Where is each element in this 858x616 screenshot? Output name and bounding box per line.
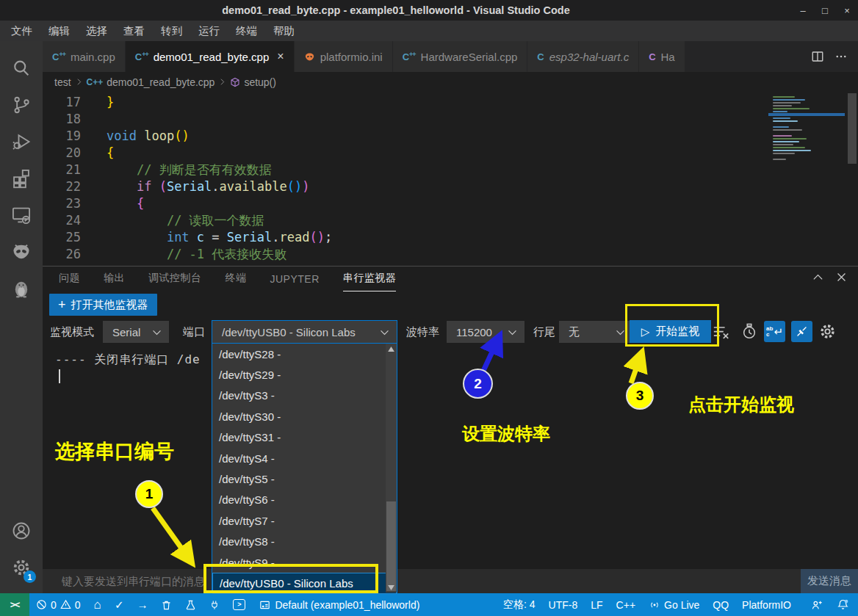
editor-tab-1[interactable]: C++demo01_read_byte.cpp× [126,41,295,72]
build-check-icon[interactable]: ✓ [108,593,131,616]
text-encoding-toggle-icon[interactable]: abc↵ [764,321,785,342]
line-ending-select[interactable]: 无 [559,321,632,343]
open-other-monitor-button[interactable]: + 打开其他监视器 [49,294,157,316]
panel-tab-3[interactable]: 终端 [226,272,247,291]
panel-tab-5[interactable]: 串行监视器 [343,272,397,291]
dropdown-scrollbar[interactable] [386,344,397,593]
maximize-window-button[interactable]: □ [814,0,836,21]
baud-select[interactable]: 115200 [447,321,524,343]
home-status-icon[interactable]: ⌂ [87,593,108,616]
editor-tab-4[interactable]: Cesp32-hal-uart.c [527,41,639,72]
search-icon[interactable] [4,50,39,87]
editor-tab-3[interactable]: C++HardwareSerial.cpp [393,41,528,72]
port-option-1[interactable]: /dev/ttyS29 - [212,364,397,385]
send-message-button[interactable]: 发送消息 [801,569,858,593]
monitor-settings-gear-icon[interactable] [818,322,837,341]
port-option-0[interactable]: /dev/ttyS28 - [212,344,397,364]
clean-trash-icon[interactable] [154,593,179,616]
vscode-window: demo01_read_byte.cpp - example01_hellowo… [0,0,858,616]
panel-tab-2[interactable]: 调试控制台 [148,272,202,291]
notifications-bell-icon[interactable] [830,593,858,616]
minimap-line [773,147,805,148]
editor-tab-0[interactable]: C++main.cpp [43,41,126,72]
menu-item-5[interactable]: 运行 [190,21,228,41]
minimap-line [773,144,793,145]
port-option-4[interactable]: /dev/ttyS31 - [212,427,397,448]
editor-scrollbar[interactable] [848,93,857,164]
port-option-2[interactable]: /dev/ttyS3 - [212,385,397,406]
minimap-line [773,120,798,122]
line-number: 22 [43,178,81,195]
status-item-6[interactable]: PlatformIO [735,593,798,616]
panel-tab-4[interactable]: JUPYTER [270,273,320,291]
timestamp-clock-icon[interactable] [741,323,757,341]
scroll-down-icon[interactable] [386,582,397,593]
status-item-4[interactable]: Go Live [642,593,706,616]
upload-arrow-icon[interactable]: → [130,593,154,616]
menu-item-0[interactable]: 文件 [3,21,40,41]
test-flask-icon[interactable] [179,593,203,616]
editor-tabs: C++main.cppC++demo01_read_byte.cpp×platf… [43,41,801,72]
status-item-3[interactable]: C++ [610,593,642,616]
menu-item-3[interactable]: 查看 [115,21,153,41]
window-controls: –□× [792,0,858,21]
menu-item-6[interactable]: 终端 [228,21,265,41]
project-env-status[interactable]: Default (example01_helloworld) [252,593,426,616]
remote-explorer-icon[interactable] [4,197,39,233]
source-control-icon[interactable] [4,87,39,123]
chevron-down-icon [151,326,163,338]
settings-gear-icon[interactable]: 1 [4,549,39,586]
split-editor-icon[interactable] [811,50,824,63]
maximize-panel-icon[interactable] [812,271,824,283]
serial-plug-icon[interactable] [203,593,226,616]
code-editor[interactable]: 17}1819void loop()20{21 // 判断是否有有效数据22 i… [43,92,858,266]
breadcrumb-item-1[interactable]: C++demo01_read_byte.cpp [87,76,215,88]
port-option-9[interactable]: /dev/ttyS8 - [212,532,397,552]
port-option-5[interactable]: /dev/ttyS4 - [212,448,397,468]
terminal-status-icon[interactable]: > [226,593,252,616]
run-debug-icon[interactable] [4,123,39,160]
status-item-1[interactable]: UTF-8 [542,593,585,616]
annotation-box-start-button [625,304,719,347]
minimize-window-button[interactable]: – [792,0,814,21]
status-item-2[interactable]: LF [584,593,609,616]
editor-tab-5[interactable]: CHa [639,41,685,72]
port-select[interactable]: /dev/ttyUSB0 - Silicon Labs [212,320,397,344]
remote-indicator[interactable]: >< [0,593,29,616]
close-panel-icon[interactable] [835,271,848,283]
monitor-mode-select[interactable]: Serial [103,321,169,343]
breadcrumb-item-2[interactable]: setup() [230,76,276,88]
breadcrumb-item-0[interactable]: test [54,76,71,88]
more-actions-icon[interactable] [834,50,848,63]
port-option-8[interactable]: /dev/ttyS7 - [212,510,397,531]
minimap[interactable] [768,93,845,181]
status-item-5[interactable]: QQ [706,593,735,616]
status-item-0[interactable]: 空格: 4 [497,593,542,616]
port-option-6[interactable]: /dev/ttyS5 - [212,468,397,489]
extensions-icon[interactable] [4,160,39,197]
editor-tab-2[interactable]: platformio.ini [295,41,393,72]
account-icon[interactable] [4,512,39,549]
scroll-up-icon[interactable] [386,344,397,354]
close-window-button[interactable]: × [836,0,858,21]
panel-tab-0[interactable]: 问题 [59,272,80,291]
line-number: 26 [43,246,81,263]
port-option-7[interactable]: /dev/ttyS6 - [212,490,397,510]
scrollbar-thumb[interactable] [386,501,396,591]
serial-cable-toggle-icon[interactable] [791,321,812,342]
activity-bar: 1 [0,41,43,593]
code-lines: 17}1819void loop()20{21 // 判断是否有有效数据22 i… [43,94,332,263]
penguin-icon[interactable] [4,270,39,307]
menu-item-7[interactable]: 帮助 [265,21,303,41]
person-add-icon[interactable] [804,593,830,616]
close-tab-icon[interactable]: × [277,50,284,63]
problems-status[interactable]: 0 0 [29,593,87,616]
title-bar: demo01_read_byte.cpp - example01_hellowo… [0,0,858,21]
breadcrumb[interactable]: testC++demo01_read_byte.cppsetup() [43,72,858,92]
panel-tab-1[interactable]: 输出 [104,272,125,291]
menu-item-2[interactable]: 选择 [78,21,115,41]
platformio-icon[interactable] [4,233,39,270]
menu-item-1[interactable]: 编辑 [40,21,78,41]
menu-item-4[interactable]: 转到 [153,21,190,41]
port-option-3[interactable]: /dev/ttyS30 - [212,406,397,427]
